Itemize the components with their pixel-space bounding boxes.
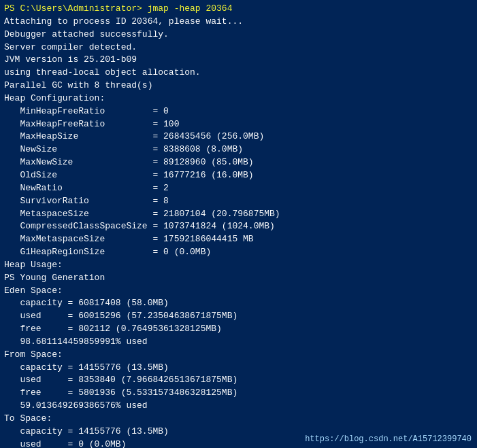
terminal-line: used = 8353840 (7.9668426513671875MB) xyxy=(4,374,473,387)
terminal-line: SurvivorRatio = 8 xyxy=(4,195,473,208)
terminal-window: PS C:\Users\Administrator> jmap -heap 20… xyxy=(0,0,477,448)
terminal-line: capacity = 60817408 (58.0MB) xyxy=(4,297,473,310)
terminal-line: MaxMetaspaceSize = 17592186044415 MB xyxy=(4,233,473,246)
terminal-line: Attaching to process ID 20364, please wa… xyxy=(4,16,473,29)
terminal-line: JVM version is 25.201-b09 xyxy=(4,54,473,67)
terminal-line: Parallel GC with 8 thread(s) xyxy=(4,80,473,92)
terminal-line: NewRatio = 2 xyxy=(4,182,473,195)
terminal-line: NewSize = 8388608 (8.0MB) xyxy=(4,143,473,156)
terminal-line: PS Young Generation xyxy=(4,272,473,285)
terminal-line: MinHeapFreeRatio = 0 xyxy=(4,105,473,118)
terminal-line: Debugger attached successfully. xyxy=(4,29,473,41)
terminal-line: free = 5801936 (5.5331573486328125MB) xyxy=(4,387,473,400)
terminal-line: capacity = 14155776 (13.5MB) xyxy=(4,362,473,375)
terminal-line: MaxHeapFreeRatio = 100 xyxy=(4,118,473,131)
watermark: https://blog.csdn.net/A15712399740 xyxy=(305,434,472,444)
terminal-line: CompressedClassSpaceSize = 1073741824 (1… xyxy=(4,220,473,233)
terminal-line: MaxNewSize = 89128960 (85.0MB) xyxy=(4,156,473,169)
terminal-line: MetaspaceSize = 21807104 (20.796875MB) xyxy=(4,208,473,221)
terminal-line: used = 60015296 (57.23504638671875MB) xyxy=(4,310,473,323)
terminal-line: PS C:\Users\Administrator> jmap -heap 20… xyxy=(4,3,473,16)
terminal-line: MaxHeapSize = 268435456 (256.0MB) xyxy=(4,131,473,143)
terminal-line: Heap Usage: xyxy=(4,259,473,272)
terminal-line: using thread-local object allocation. xyxy=(4,67,473,80)
terminal-line: OldSize = 16777216 (16.0MB) xyxy=(4,169,473,182)
terminal-line: From Space: xyxy=(4,349,473,362)
terminal-line: Server compiler detected. xyxy=(4,41,473,54)
terminal-line: G1HeapRegionSize = 0 (0.0MB) xyxy=(4,246,473,259)
terminal-line: To Space: xyxy=(4,413,473,426)
terminal-line: 59.013649269386576% used xyxy=(4,400,473,413)
terminal-line: Heap Configuration: xyxy=(4,92,473,105)
terminal-line: Eden Space: xyxy=(4,285,473,298)
terminal-line: free = 802112 (0.76495361328125MB) xyxy=(4,323,473,336)
terminal-line: 98.681114459859991% used xyxy=(4,336,473,349)
